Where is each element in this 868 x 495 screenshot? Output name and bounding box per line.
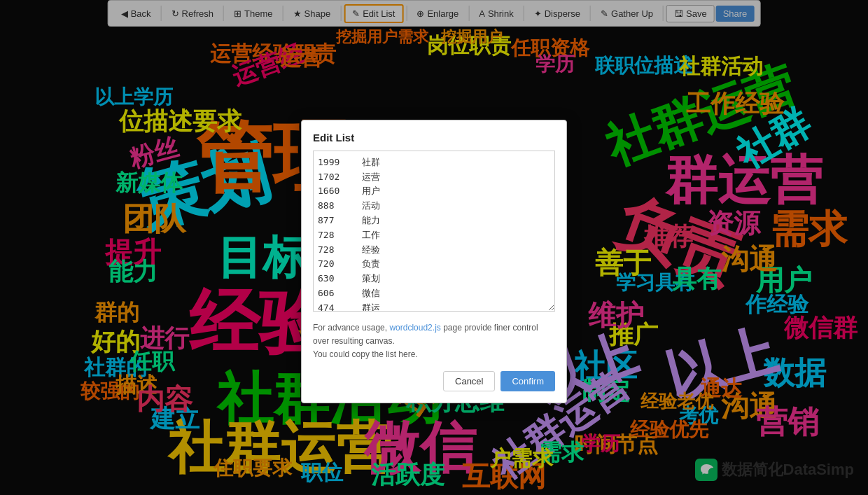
- modal-overlay: Edit List For advance usage, wordcloud2.…: [0, 0, 868, 495]
- confirm-button[interactable]: Confirm: [500, 371, 555, 391]
- cancel-button[interactable]: Cancel: [443, 371, 495, 391]
- modal-hint: For advance usage, wordcloud2.js page pr…: [313, 321, 555, 362]
- modal-footer: Cancel Confirm: [313, 371, 555, 391]
- edit-list-modal: Edit List For advance usage, wordcloud2.…: [301, 120, 567, 404]
- wordcloud2-link[interactable]: wordcloud2.js: [389, 323, 440, 333]
- word-list-textarea[interactable]: [313, 151, 555, 312]
- modal-title: Edit List: [313, 132, 555, 144]
